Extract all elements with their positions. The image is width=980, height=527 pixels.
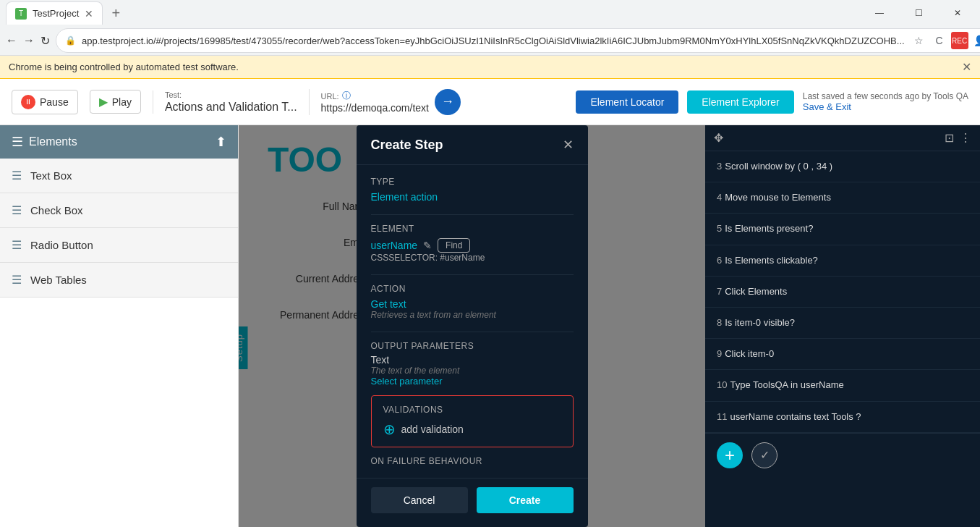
output-label: Output parameters xyxy=(371,341,574,351)
sidebar-item-check-box[interactable]: ☰ Check Box xyxy=(0,193,238,228)
step-number: 3 xyxy=(717,161,722,172)
select-param-link[interactable]: Select parameter xyxy=(371,376,574,387)
step-text: Move mouse to Elements xyxy=(725,192,831,203)
sidebar-item-text-box[interactable]: ☰ Text Box xyxy=(0,159,238,193)
output-desc: The text of the element xyxy=(371,366,574,376)
window-controls: — ☐ ✕ xyxy=(863,1,974,25)
action-desc: Retrieves a text from an element xyxy=(371,310,574,320)
element-row: userName ✎ Find xyxy=(371,238,574,253)
step-number: 4 xyxy=(717,192,722,203)
add-step-button[interactable]: + xyxy=(717,442,743,468)
validate-button[interactable]: ✓ xyxy=(751,442,777,468)
web-tables-icon: ☰ xyxy=(12,273,22,287)
type-section: Type Element action xyxy=(371,177,574,203)
modal-title: Create Step xyxy=(371,138,443,153)
radio-button-label: Radio Button xyxy=(30,239,93,251)
step-item[interactable]: 5Is Elements present? xyxy=(705,214,980,245)
sidebar-item-web-tables[interactable]: ☰ Web Tables xyxy=(0,263,238,298)
output-params-section: Output parameters Text The text of the e… xyxy=(371,341,574,387)
web-tables-label: Web Tables xyxy=(30,274,87,286)
modal-overlay: Create Step ✕ Type Element action Elemen… xyxy=(239,125,705,527)
play-button[interactable]: ▶ Play xyxy=(90,90,141,114)
back-button[interactable]: ← xyxy=(6,29,17,52)
steps-panel: ✥ ⊡ ⋮ 3Scroll window by ( 0 , 34 )4Move … xyxy=(705,125,980,527)
step-text: Is Elements clickable? xyxy=(725,255,818,266)
url-section: URL: ⓘ https://demoqa.com/text → xyxy=(309,89,461,115)
step-item[interactable]: 6Is Elements clickable? xyxy=(705,245,980,277)
step-item[interactable]: 11userName contains text Tools ? xyxy=(705,402,980,433)
add-validation-button[interactable]: ⊕ add validation xyxy=(383,421,464,438)
create-button[interactable]: Create xyxy=(477,487,574,513)
tab-title: TestProject xyxy=(33,8,79,19)
banner-text: Chrome is being controlled by automated … xyxy=(9,62,239,72)
action-value: Get text xyxy=(371,298,574,310)
url-label: URL: ⓘ xyxy=(321,90,429,102)
rec-icon[interactable]: REC xyxy=(951,32,968,49)
step-number: 7 xyxy=(717,286,722,297)
new-tab-button[interactable]: + xyxy=(106,3,126,23)
browser-tab[interactable]: T TestProject ✕ xyxy=(6,1,103,25)
bookmark-icon[interactable]: ☆ xyxy=(911,32,928,49)
step-item[interactable]: 8Is item-0 visible? xyxy=(705,308,980,339)
move-icon[interactable]: ✥ xyxy=(714,131,723,145)
step-number: 10 xyxy=(717,379,727,390)
step-item[interactable]: 7Click Elements xyxy=(705,277,980,308)
step-number: 5 xyxy=(717,223,722,234)
element-explorer-button[interactable]: Element Explorer xyxy=(687,90,793,114)
banner-close-icon[interactable]: ✕ xyxy=(962,60,971,74)
steps-header-left: ✥ xyxy=(714,131,723,145)
steps-list: 3Scroll window by ( 0 , 34 )4Move mouse … xyxy=(705,151,980,433)
text-box-label: Text Box xyxy=(30,169,72,182)
tab-close-icon[interactable]: ✕ xyxy=(85,8,93,20)
element-section: Element userName ✎ Find CSSSELECTOR: #us… xyxy=(371,224,574,263)
url-text: app.testproject.io/#/projects/169985/tes… xyxy=(82,35,905,46)
save-info-text: Last saved a few seconds ago by Tools QA xyxy=(803,91,968,101)
step-item[interactable]: 4Move mouse to Elements xyxy=(705,182,980,214)
step-text: Is item-0 visible? xyxy=(725,317,795,328)
reload-button[interactable]: ↻ xyxy=(41,29,50,52)
extension-icon[interactable]: C xyxy=(931,32,948,49)
step-text: Type ToolsQA in userName xyxy=(730,379,843,390)
more-options-icon[interactable]: ⋮ xyxy=(960,131,971,145)
close-button[interactable]: ✕ xyxy=(941,1,974,25)
tab-bar: T TestProject ✕ + — ☐ ✕ xyxy=(0,0,980,26)
step-item[interactable]: 9Click item-0 xyxy=(705,339,980,370)
divider-1 xyxy=(371,214,574,215)
element-label: Element xyxy=(371,224,574,234)
output-name: Text xyxy=(371,354,574,366)
left-sidebar: ☰ Elements ⬆ ☰ Text Box ☰ Check Box ☰ Ra… xyxy=(0,125,239,527)
modal-close-icon[interactable]: ✕ xyxy=(563,137,574,153)
element-locator-button[interactable]: Element Locator xyxy=(576,90,678,114)
recorder-toolbar: ⏸ Pause ▶ Play Test: Actions and Validat… xyxy=(0,79,980,125)
step-item[interactable]: 3Scroll window by ( 0 , 34 ) xyxy=(705,151,980,182)
on-failure-label: On Failure Behaviour xyxy=(371,456,574,466)
cancel-button[interactable]: Cancel xyxy=(371,487,468,513)
modal-body: Type Element action Element userName ✎ F… xyxy=(357,165,588,478)
sidebar-item-radio-button[interactable]: ☰ Radio Button xyxy=(0,228,238,263)
modal-header: Create Step ✕ xyxy=(357,125,588,165)
upload-icon[interactable]: ⬆ xyxy=(216,134,226,150)
minimize-panel-icon[interactable]: ⊡ xyxy=(945,131,954,145)
divider-2 xyxy=(371,274,574,275)
minimize-button[interactable]: — xyxy=(863,1,896,25)
play-label: Play xyxy=(112,96,132,108)
forward-button[interactable]: → xyxy=(23,29,35,52)
step-text: Click item-0 xyxy=(725,348,774,359)
maximize-button[interactable]: ☐ xyxy=(902,1,935,25)
step-item[interactable]: 10Type ToolsQA in userName xyxy=(705,370,980,401)
find-button[interactable]: Find xyxy=(438,238,470,253)
browser-chrome: T TestProject ✕ + — ☐ ✕ ← → ↻ 🔒 app.test… xyxy=(0,0,980,56)
url-actions: ☆ C REC 👤 ⋮ xyxy=(911,32,980,49)
add-validation-label: add validation xyxy=(401,423,464,435)
navigate-button[interactable]: → xyxy=(435,89,461,115)
save-exit-link[interactable]: Save & Exit xyxy=(803,101,968,112)
address-bar: ← → ↻ 🔒 app.testproject.io/#/projects/16… xyxy=(0,26,980,55)
test-info: Test: Actions and Validation T... xyxy=(153,90,297,114)
step-text: Click Elements xyxy=(725,286,787,297)
step-text: Scroll window by ( 0 , 34 ) xyxy=(725,161,832,172)
pause-button[interactable]: ⏸ Pause xyxy=(12,90,78,114)
radio-button-icon: ☰ xyxy=(12,238,22,252)
edit-icon[interactable]: ✎ xyxy=(423,240,432,251)
profile-icon[interactable]: 👤 xyxy=(971,32,980,49)
url-bar[interactable]: 🔒 app.testproject.io/#/projects/169985/t… xyxy=(56,28,980,53)
